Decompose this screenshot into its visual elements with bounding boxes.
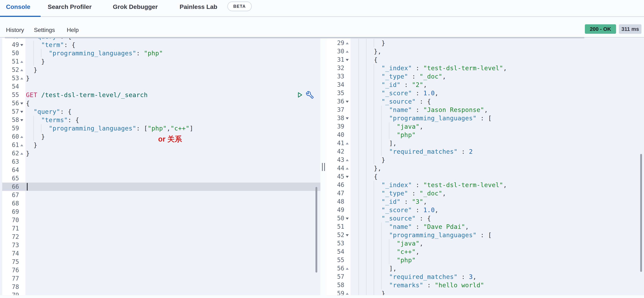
send-request-button[interactable] <box>296 91 304 99</box>
code-line[interactable]: 78 <box>0 283 320 291</box>
code-line[interactable]: 29} <box>326 39 644 47</box>
code-line[interactable]: 32"_index" : "test-dsl-term-level", <box>326 64 644 72</box>
code-line[interactable]: 36"_source" : { <box>326 97 644 106</box>
response-viewer-scrollbar[interactable] <box>640 154 642 272</box>
tab-grok-debugger[interactable]: Grok Debugger <box>113 3 158 10</box>
code-line[interactable]: 64 <box>0 166 320 174</box>
fold-close-icon[interactable] <box>20 69 23 71</box>
code-line[interactable]: 52} <box>0 66 320 74</box>
status-badge: 200 - OK <box>585 24 616 34</box>
code-line[interactable]: 44}, <box>326 164 644 172</box>
code-line[interactable]: 54"c++", <box>326 247 644 256</box>
code-line[interactable]: 41], <box>326 139 644 147</box>
fold-close-icon[interactable] <box>20 144 23 146</box>
code-line[interactable]: 70 <box>0 216 320 224</box>
fold-close-icon[interactable] <box>346 51 349 53</box>
fold-close-icon[interactable] <box>346 293 349 295</box>
fold-close-icon[interactable] <box>346 167 349 169</box>
code-line[interactable]: 71 <box>0 224 320 233</box>
code-line[interactable]: 65 <box>0 174 320 183</box>
code-line[interactable]: 31{ <box>326 56 644 64</box>
fold-close-icon[interactable] <box>20 78 23 80</box>
resize-handle[interactable] <box>322 163 325 171</box>
fold-open-icon[interactable] <box>346 101 349 103</box>
code-line[interactable]: 53} <box>0 74 320 82</box>
code-line[interactable]: 47"_type" : "_doc", <box>326 189 644 197</box>
code-line[interactable]: 46"_index" : "test-dsl-term-level", <box>326 181 644 189</box>
fold-close-icon[interactable] <box>20 61 23 63</box>
fold-open-icon[interactable] <box>346 59 349 61</box>
code-line[interactable]: 54 <box>0 82 320 91</box>
code-line[interactable]: 63 <box>0 158 320 166</box>
code-token: , <box>503 64 507 72</box>
code-line[interactable]: 33"_type" : "_doc", <box>326 72 644 81</box>
request-editor-scrollbar[interactable] <box>316 187 317 272</box>
fold-close-icon[interactable] <box>346 159 349 161</box>
response-viewer[interactable]: 29}30},31{32"_index" : "test-dsl-term-le… <box>326 38 644 298</box>
code-line[interactable]: 73 <box>0 241 320 249</box>
menu-settings[interactable]: Settings <box>34 27 55 33</box>
code-line[interactable]: 66 <box>0 183 320 191</box>
code-line[interactable]: 55GET /test-dsl-term-level/_search <box>0 91 320 99</box>
tab-painless-lab[interactable]: Painless Lab <box>180 3 217 10</box>
request-editor[interactable]: 48"query": {49"term": {50"programming_la… <box>0 38 320 298</box>
code-line[interactable]: 49"term": { <box>0 41 320 49</box>
code-line[interactable]: 52"programming_languages" : [ <box>326 231 644 239</box>
code-line[interactable]: 77 <box>0 274 320 283</box>
fold-close-icon[interactable] <box>20 153 23 155</box>
code-line[interactable]: 74 <box>0 249 320 258</box>
code-line[interactable]: 53"java", <box>326 239 644 247</box>
fold-open-icon[interactable] <box>346 176 349 178</box>
code-line[interactable]: 59"programming_languages": ["php","c++"] <box>0 124 320 132</box>
code-line[interactable]: 45{ <box>326 172 644 181</box>
fold-open-icon[interactable] <box>346 234 349 236</box>
code-line[interactable]: 37"name" : "Jason Response", <box>326 106 644 114</box>
code-line[interactable]: 34"_id" : "2", <box>326 81 644 89</box>
code-line[interactable]: 50"programming_languages": "php" <box>0 49 320 57</box>
code-line[interactable]: 38"programming_languages" : [ <box>326 114 644 122</box>
fold-open-icon[interactable] <box>346 218 349 220</box>
code-line[interactable]: 51} <box>0 57 320 66</box>
code-line[interactable]: 39"java", <box>326 122 644 131</box>
menu-help[interactable]: Help <box>67 27 79 33</box>
code-line[interactable]: 58"terms": { <box>0 116 320 124</box>
code-line[interactable]: 68 <box>0 199 320 208</box>
code-line[interactable]: 55"php" <box>326 256 644 264</box>
fold-close-icon[interactable] <box>346 142 349 144</box>
fold-open-icon[interactable] <box>20 111 23 113</box>
code-line[interactable]: 30}, <box>326 47 644 56</box>
fold-close-icon[interactable] <box>20 136 23 138</box>
fold-open-icon[interactable] <box>20 103 23 105</box>
fold-open-icon[interactable] <box>20 44 23 46</box>
line-number: 76 <box>0 266 19 274</box>
menu-history[interactable]: History <box>6 27 24 33</box>
code-line[interactable]: 75 <box>0 258 320 266</box>
fold-close-icon[interactable] <box>346 42 349 44</box>
code-line[interactable]: 51"name" : "Dave Pdai", <box>326 222 644 231</box>
tab-console[interactable]: Console <box>6 3 30 10</box>
code-line[interactable]: 35"_score" : 1.0, <box>326 89 644 97</box>
code-line[interactable]: 69 <box>0 208 320 216</box>
code-line[interactable]: 48"_id" : "3", <box>326 197 644 206</box>
fold-close-icon[interactable] <box>346 268 349 270</box>
code-line[interactable]: 56{ <box>0 99 320 107</box>
request-options-button[interactable] <box>306 91 314 99</box>
code-line[interactable]: 50"_source" : { <box>326 214 644 222</box>
code-line[interactable]: 58"remarks" : "hello world" <box>326 281 644 289</box>
tab-search-profiler[interactable]: Search Profiler <box>48 3 92 10</box>
code-line[interactable]: 48"query": { <box>0 38 320 41</box>
code-line[interactable]: 76 <box>0 266 320 274</box>
code-line[interactable]: 49"_score" : 1.0, <box>326 206 644 214</box>
code-line[interactable]: 67 <box>0 191 320 199</box>
code-line[interactable]: 40"php" <box>326 131 644 139</box>
code-line[interactable]: 62} <box>0 149 320 158</box>
code-line[interactable]: 43} <box>326 156 644 164</box>
code-line[interactable]: 72 <box>0 233 320 241</box>
code-line[interactable]: 57"query": { <box>0 107 320 116</box>
code-line[interactable]: 42"required_matches" : 2 <box>326 147 644 156</box>
code-line[interactable]: 57"required_matches" : 3, <box>326 272 644 281</box>
fold-open-icon[interactable] <box>346 117 349 119</box>
fold-open-icon[interactable] <box>20 119 23 121</box>
code-line[interactable]: 56], <box>326 264 644 272</box>
code-token: : <box>408 73 420 80</box>
